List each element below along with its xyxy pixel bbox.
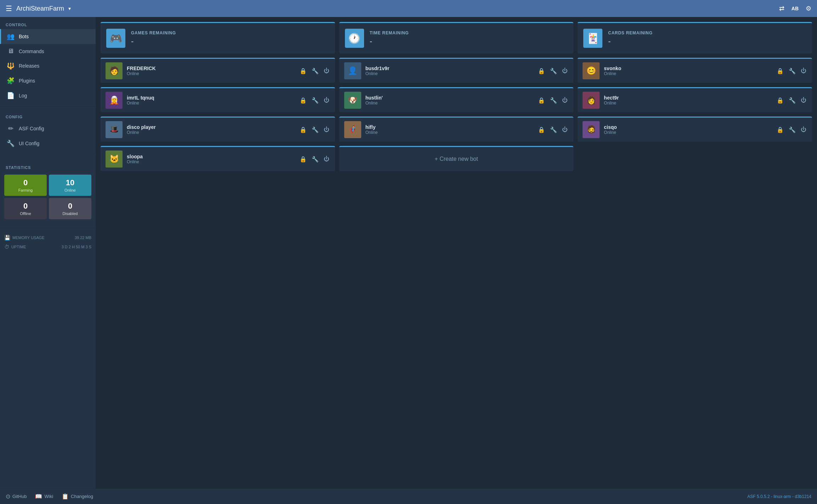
bot-avatar-hifly: 🦸 xyxy=(344,121,361,138)
sidebar-item-plugins[interactable]: 🧩 Plugins xyxy=(0,73,96,88)
bot-card-imrtl-tqnuq[interactable]: 🧝imrtL tqnuqOnline🔒🔧⏻ xyxy=(101,87,335,112)
stat-online-num: 10 xyxy=(52,178,89,187)
power-icon[interactable]: ⏻ xyxy=(323,126,330,134)
create-new-bot-button[interactable]: + Create new bot xyxy=(339,146,574,171)
power-icon[interactable]: ⏻ xyxy=(800,67,807,75)
bot-name-hustlin: hustlin' xyxy=(365,95,533,101)
power-icon[interactable]: ⏻ xyxy=(800,126,807,134)
bot-name-svonko: svonko xyxy=(604,66,772,71)
cards-remaining-value: - xyxy=(608,37,652,46)
bot-card-cisqo[interactable]: 🧔cisqoOnline🔒🔧⏻ xyxy=(578,117,812,142)
stat-disabled-num: 0 xyxy=(52,202,89,211)
wiki-label: Wiki xyxy=(44,494,53,499)
lock-icon[interactable]: 🔒 xyxy=(299,155,307,163)
bots-icon: 👥 xyxy=(7,33,15,40)
config-section-label: CONFIG xyxy=(0,109,96,121)
sidebar-item-releases[interactable]: 🔱 Releases xyxy=(0,58,96,73)
wrench-icon[interactable]: 🔧 xyxy=(311,126,319,134)
bot-card-hustlin[interactable]: 🐶hustlin'Online🔒🔧⏻ xyxy=(339,87,574,112)
releases-icon: 🔱 xyxy=(7,62,15,70)
commands-label: Commands xyxy=(19,49,44,54)
sidebar: CONTROL 👥 Bots 🖥 Commands 🔱 Releases 🧩 P… xyxy=(0,17,96,488)
wrench-icon[interactable]: 🔧 xyxy=(311,155,319,163)
stats-grid: 0 Farming 10 Online 0 Offline 0 Disabled xyxy=(0,172,96,222)
bot-avatar-busdr1v9r: 👤 xyxy=(344,62,361,79)
releases-label: Releases xyxy=(19,63,39,69)
changelog-link[interactable]: 📋 Changelog xyxy=(62,493,93,500)
wrench-icon[interactable]: 🔧 xyxy=(788,126,796,134)
lock-icon[interactable]: 🔒 xyxy=(537,96,546,104)
plugins-icon: 🧩 xyxy=(7,77,15,85)
sidebar-item-bots[interactable]: 👥 Bots xyxy=(0,29,96,44)
sidebar-item-commands[interactable]: 🖥 Commands xyxy=(0,44,96,58)
lock-icon[interactable]: 🔒 xyxy=(299,67,307,75)
bot-card-disco-player[interactable]: 🎩disco playerOnline🔒🔧⏻ xyxy=(101,117,335,142)
stat-farming-label: Farming xyxy=(7,188,44,192)
games-remaining-card: 🎮 GAMES REMAINING - xyxy=(101,22,335,53)
wrench-icon[interactable]: 🔧 xyxy=(549,96,558,104)
bot-card-busdr1v9r[interactable]: 👤busdr1v9rOnline🔒🔧⏻ xyxy=(339,58,574,83)
wrench-icon[interactable]: 🔧 xyxy=(549,67,558,75)
power-icon[interactable]: ⏻ xyxy=(800,96,807,104)
bot-card-sloopa[interactable]: 🐱sloopaOnline🔒🔧⏻ xyxy=(101,146,335,171)
games-remaining-title: GAMES REMAINING xyxy=(131,30,176,35)
lock-icon[interactable]: 🔒 xyxy=(537,126,546,134)
bot-status-disco-player: Online xyxy=(127,130,295,135)
stat-online-label: Online xyxy=(52,188,89,192)
wrench-icon[interactable]: 🔧 xyxy=(788,67,796,75)
lock-icon[interactable]: 🔒 xyxy=(537,67,546,75)
power-icon[interactable]: ⏻ xyxy=(323,67,330,75)
power-icon[interactable]: ⏻ xyxy=(561,96,568,104)
bot-name-sloopa: sloopa xyxy=(127,154,295,159)
github-label: GitHub xyxy=(12,494,27,499)
bot-status-sloopa: Online xyxy=(127,159,295,164)
lock-icon[interactable]: 🔒 xyxy=(776,67,784,75)
wiki-icon: 📖 xyxy=(35,493,42,500)
memory-row: 💾 MEMORY USAGE 39.22 MB xyxy=(4,233,91,242)
settings-icon[interactable]: ⚙ xyxy=(806,5,811,12)
stat-farming[interactable]: 0 Farming xyxy=(4,175,47,196)
bot-avatar-hustlin: 🐶 xyxy=(344,92,361,109)
bot-info-frederick: FREDERICKOnline xyxy=(127,66,295,76)
log-label: Log xyxy=(19,93,27,98)
power-icon[interactable]: ⏻ xyxy=(561,67,568,75)
bot-name-hect9r: hect9r xyxy=(604,95,772,101)
sidebar-item-asf-config[interactable]: ✏ ASF Config xyxy=(0,121,96,136)
statistics-label: STATISTICS xyxy=(0,160,96,172)
header-chevron-icon[interactable]: ▾ xyxy=(68,6,71,11)
github-link[interactable]: ⊙ GitHub xyxy=(6,493,27,500)
lock-icon[interactable]: 🔒 xyxy=(776,126,784,134)
bot-card-svonko[interactable]: 😊svonkoOnline🔒🔧⏻ xyxy=(578,58,812,83)
power-icon[interactable]: ⏻ xyxy=(323,155,330,163)
lock-icon[interactable]: 🔒 xyxy=(776,96,784,104)
lock-icon[interactable]: 🔒 xyxy=(299,96,307,104)
bot-status-imrtl-tqnuq: Online xyxy=(127,101,295,106)
wrench-icon[interactable]: 🔧 xyxy=(549,126,558,134)
wiki-link[interactable]: 📖 Wiki xyxy=(35,493,53,500)
ab-icon[interactable]: AB xyxy=(792,6,799,11)
wrench-icon[interactable]: 🔧 xyxy=(311,67,319,75)
bot-actions-cisqo: 🔒🔧⏻ xyxy=(776,126,807,134)
bot-card-frederick[interactable]: 🧑FREDERICKOnline🔒🔧⏻ xyxy=(101,58,335,83)
lock-icon[interactable]: 🔒 xyxy=(299,126,307,134)
sidebar-divider-1 xyxy=(0,106,96,106)
power-icon[interactable]: ⏻ xyxy=(561,126,568,134)
bot-info-svonko: svonkoOnline xyxy=(604,66,772,76)
wrench-icon[interactable]: 🔧 xyxy=(311,96,319,104)
bot-avatar-sloopa: 🐱 xyxy=(106,151,123,168)
bot-card-hifly[interactable]: 🦸hiflyOnline🔒🔧⏻ xyxy=(339,117,574,142)
wrench-icon[interactable]: 🔧 xyxy=(788,96,796,104)
sidebar-item-log[interactable]: 📄 Log xyxy=(0,88,96,103)
header-left: ☰ ArchiSteamFarm ▾ xyxy=(6,4,71,13)
stat-disabled[interactable]: 0 Disabled xyxy=(49,198,91,219)
stat-offline[interactable]: 0 Offline xyxy=(4,198,47,219)
github-icon: ⊙ xyxy=(6,493,10,500)
transfer-icon[interactable]: ⇄ xyxy=(779,5,784,12)
stat-online[interactable]: 10 Online xyxy=(49,175,91,196)
bot-info-hect9r: hect9rOnline xyxy=(604,95,772,106)
time-remaining-title: TIME REMAINING xyxy=(370,30,409,35)
bot-card-hect9r[interactable]: 👩hect9rOnline🔒🔧⏻ xyxy=(578,87,812,112)
sidebar-item-ui-config[interactable]: 🔧 UI Config xyxy=(0,136,96,151)
hamburger-icon[interactable]: ☰ xyxy=(6,4,12,13)
power-icon[interactable]: ⏻ xyxy=(323,96,330,104)
